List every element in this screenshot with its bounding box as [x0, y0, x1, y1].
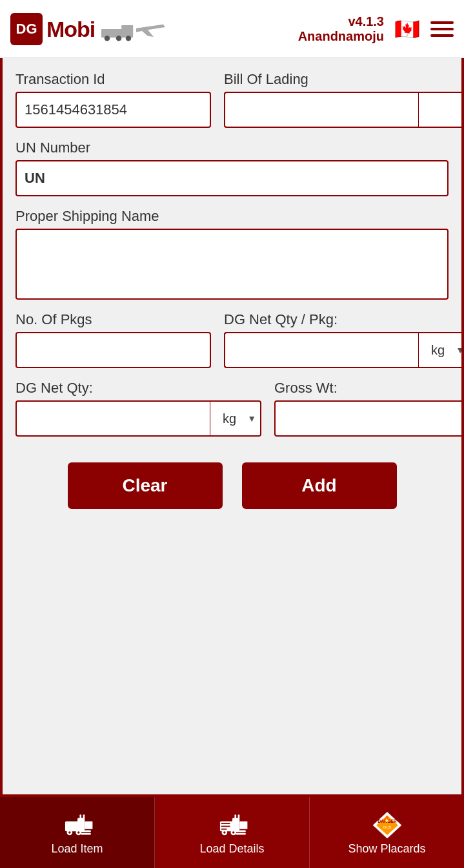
no-of-pkgs-input[interactable]	[15, 332, 211, 368]
transaction-id-input[interactable]	[15, 92, 211, 128]
gross-wt-input[interactable]	[274, 400, 464, 437]
app-header: DG Mobi v4.1.3 Anandnamoju 🇨🇦	[0, 0, 464, 58]
version-user-block: v4.1.3 Anandnamoju	[298, 14, 384, 44]
dg-net-qty-pkg-group: DG Net Qty / Pkg: kg lb g	[224, 311, 464, 368]
bill-of-lading-group: Bill Of Lading	[224, 71, 464, 128]
svg-rect-13	[79, 814, 81, 830]
svg-point-23	[232, 831, 234, 833]
dg-net-qty-pkg-unit-select[interactable]: kg lb g	[418, 332, 464, 368]
dg-net-qty-label: DG Net Qty:	[15, 380, 261, 397]
nav-load-item-label: Load Item	[51, 842, 103, 856]
svg-rect-15	[85, 821, 92, 829]
version-text: v4.1.3	[298, 14, 384, 29]
row-shipping-name: Proper Shipping Name	[15, 208, 449, 300]
nav-load-details-label: Load Details	[199, 842, 264, 856]
hamburger-line-3	[430, 34, 454, 37]
svg-point-3	[116, 36, 121, 41]
nav-show-placards-label: Show Placards	[348, 842, 425, 856]
un-number-group: UN Number UN	[15, 140, 449, 196]
transaction-id-label: Transaction Id	[15, 71, 211, 88]
svg-rect-8	[81, 832, 91, 834]
bill-of-lading-input-1[interactable]	[224, 92, 418, 128]
dg-net-qty-input[interactable]	[15, 400, 210, 437]
dg-net-qty-row: kg lb g	[15, 400, 261, 437]
bill-of-lading-inputs	[224, 92, 464, 128]
row-net-qty-gross: DG Net Qty: kg lb g Gross Wt: kg	[15, 380, 449, 437]
row-pkgs-qty: No. Of Pkgs DG Net Qty / Pkg: kg lb g	[15, 311, 449, 368]
nav-item-load-details[interactable]: Load Details	[155, 797, 310, 868]
un-number-label: UN Number	[15, 140, 449, 156]
load-details-icon	[216, 810, 249, 838]
main-content: Transaction Id Bill Of Lading UN Number …	[0, 58, 464, 797]
gross-wt-row: kg lb g	[274, 400, 464, 437]
clear-button[interactable]: Clear	[68, 462, 223, 509]
svg-point-4	[126, 36, 131, 41]
transaction-id-group: Transaction Id	[15, 71, 211, 128]
svg-point-10	[68, 831, 70, 833]
nav-item-load-item[interactable]: Load Item	[0, 797, 155, 868]
dg-net-qty-pkg-input[interactable]	[224, 332, 418, 368]
dg-net-qty-unit-wrapper: kg lb g	[210, 400, 261, 437]
dg-net-qty-pkg-unit-wrapper: kg lb g	[418, 332, 464, 368]
bill-of-lading-label: Bill Of Lading	[224, 71, 464, 88]
svg-rect-25	[237, 814, 239, 830]
un-prefix: UN	[15, 160, 53, 196]
svg-point-12	[77, 831, 79, 833]
logo-area: DG Mobi	[10, 13, 175, 45]
svg-rect-7	[81, 830, 91, 832]
hamburger-menu[interactable]	[430, 21, 454, 37]
logo-icon: DG	[10, 13, 43, 45]
gross-wt-label: Gross Wt:	[274, 380, 464, 397]
row-un-number: UN Number UN	[15, 140, 449, 196]
svg-point-21	[223, 831, 225, 833]
row-transaction-bill: Transaction Id Bill Of Lading	[15, 71, 449, 128]
dg-net-qty-group: DG Net Qty: kg lb g	[15, 380, 261, 437]
username-text: Anandnamoju	[298, 29, 384, 44]
load-item-icon	[61, 810, 94, 838]
action-buttons: Clear Add	[15, 462, 449, 509]
un-input-row: UN	[15, 160, 449, 196]
svg-rect-24	[234, 814, 236, 830]
svg-text:OUS: OUS	[383, 825, 391, 829]
proper-shipping-name-input[interactable]	[15, 229, 449, 300]
svg-text:🔥: 🔥	[383, 815, 390, 822]
logo-dg-text: DG	[16, 21, 37, 37]
svg-rect-0	[101, 29, 125, 37]
header-right: v4.1.3 Anandnamoju 🇨🇦	[298, 14, 454, 44]
gross-wt-group: Gross Wt: kg lb g	[274, 380, 464, 437]
country-flag: 🇨🇦	[394, 17, 420, 41]
proper-shipping-name-group: Proper Shipping Name	[15, 208, 449, 300]
svg-rect-19	[236, 832, 246, 834]
svg-rect-26	[239, 821, 247, 829]
dg-net-qty-unit-select[interactable]: kg lb g	[210, 400, 261, 437]
un-number-input[interactable]	[53, 160, 449, 196]
proper-shipping-name-label: Proper Shipping Name	[15, 208, 449, 225]
no-of-pkgs-group: No. Of Pkgs	[15, 311, 211, 368]
dg-net-qty-pkg-label: DG Net Qty / Pkg:	[224, 311, 464, 328]
hamburger-line-2	[430, 28, 454, 30]
svg-point-2	[105, 36, 110, 41]
svg-rect-18	[236, 830, 246, 832]
nav-item-show-placards[interactable]: DANGER OUS 🔥 Show Placards	[310, 797, 464, 868]
logo-decoration	[97, 13, 175, 45]
add-button[interactable]: Add	[242, 462, 397, 509]
bottom-nav: Load Item Load Details	[0, 797, 464, 868]
svg-rect-14	[83, 814, 85, 830]
svg-rect-1	[122, 25, 134, 37]
logo-mobi-text: Mobi	[46, 18, 95, 40]
show-placards-icon: DANGER OUS 🔥	[370, 810, 404, 838]
hamburger-line-1	[430, 21, 454, 24]
dg-net-qty-pkg-row: kg lb g	[224, 332, 464, 368]
no-of-pkgs-label: No. Of Pkgs	[15, 311, 211, 328]
bill-of-lading-input-2[interactable]	[418, 92, 464, 128]
